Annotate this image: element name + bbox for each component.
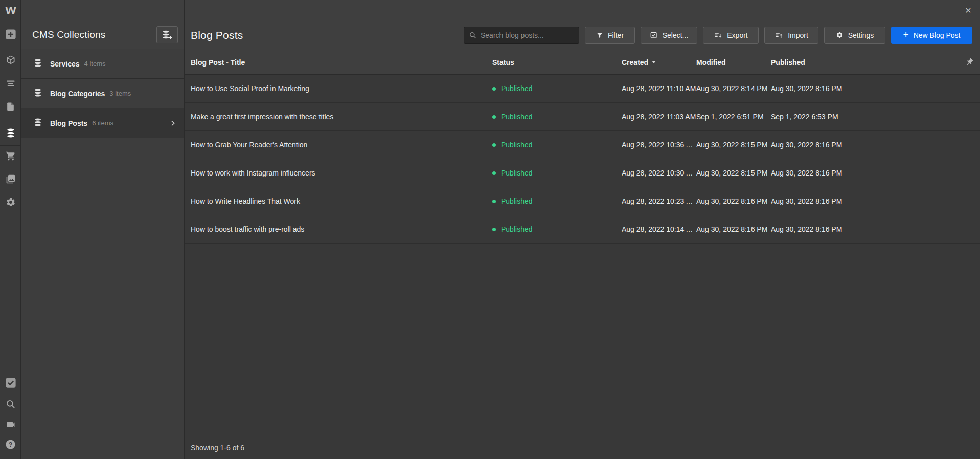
panel-title: CMS Collections bbox=[32, 29, 105, 40]
collection-count: 4 items bbox=[84, 60, 106, 68]
collection-label: Services bbox=[50, 60, 80, 68]
row-title: How to Use Social Proof in Marketing bbox=[185, 84, 492, 93]
row-status: Published bbox=[492, 169, 622, 177]
search-input[interactable] bbox=[481, 31, 574, 39]
export-button[interactable]: Export bbox=[703, 27, 759, 44]
table-row[interactable]: Make a great first impression with these… bbox=[185, 103, 980, 131]
collection-count: 3 items bbox=[109, 90, 131, 97]
row-created: Aug 28, 2022 10:36 AM bbox=[622, 141, 696, 149]
table-row[interactable]: How to Grab Your Reader's Attention Publ… bbox=[185, 131, 980, 159]
row-title: How to Write Headlines That Work bbox=[185, 197, 492, 205]
toolbar-divider bbox=[0, 45, 21, 45]
quick-find-icon[interactable] bbox=[0, 397, 21, 412]
row-title: How to Grab Your Reader's Attention bbox=[185, 141, 492, 149]
navigator-icon[interactable] bbox=[0, 76, 21, 91]
row-title: How to work with Instagram influencers bbox=[185, 169, 492, 177]
pin-columns-button[interactable] bbox=[956, 58, 980, 67]
column-header-created[interactable]: Created bbox=[622, 58, 696, 67]
row-status: Published bbox=[492, 197, 622, 205]
column-header-title[interactable]: Blog Post - Title bbox=[185, 58, 492, 67]
settings-icon[interactable] bbox=[0, 194, 21, 210]
search-icon bbox=[469, 32, 476, 39]
row-title: How to boost traffic with pre-roll ads bbox=[185, 225, 492, 233]
close-button[interactable]: × bbox=[956, 0, 980, 20]
toolbar-divider bbox=[0, 119, 21, 119]
status-label: Published bbox=[501, 141, 533, 149]
collection-count: 6 items bbox=[92, 119, 113, 127]
chevron-right-icon bbox=[169, 119, 177, 127]
row-created: Aug 28, 2022 10:30 AM bbox=[622, 169, 696, 177]
video-tutorials-icon[interactable] bbox=[0, 417, 21, 432]
status-label: Published bbox=[501, 84, 533, 93]
add-collection-button[interactable] bbox=[156, 26, 178, 43]
collection-label: Blog Posts bbox=[50, 119, 87, 127]
cms-collections-panel: CMS Collections Services 4 items Blog Ca… bbox=[21, 0, 185, 459]
close-icon: × bbox=[965, 4, 971, 16]
main-content: × Blog Posts Filter Select... Export bbox=[185, 0, 980, 459]
row-status: Published bbox=[492, 225, 622, 233]
database-icon bbox=[33, 88, 42, 99]
left-toolbar: w bbox=[0, 0, 21, 459]
collection-label: Blog Categories bbox=[50, 90, 105, 98]
import-button[interactable]: Import bbox=[764, 27, 818, 44]
page-title: Blog Posts bbox=[191, 29, 243, 41]
row-published: Sep 1, 2022 6:53 PM bbox=[771, 113, 956, 121]
column-header-status[interactable]: Status bbox=[492, 58, 622, 67]
sort-desc-icon bbox=[652, 61, 656, 63]
help-icon[interactable]: ? bbox=[0, 436, 21, 452]
filter-button[interactable]: Filter bbox=[585, 27, 635, 44]
row-status: Published bbox=[492, 141, 622, 149]
database-icon bbox=[33, 118, 42, 129]
database-plus-icon bbox=[162, 30, 173, 40]
sidebar-item-services[interactable]: Services 4 items bbox=[21, 49, 184, 79]
ecommerce-icon[interactable] bbox=[0, 148, 21, 164]
assets-icon[interactable] bbox=[0, 171, 21, 187]
row-status: Published bbox=[492, 84, 622, 93]
status-dot-icon bbox=[492, 143, 496, 147]
sidebar-item-blog-categories[interactable]: Blog Categories 3 items bbox=[21, 79, 184, 108]
toolbar-divider bbox=[0, 145, 21, 146]
table-row[interactable]: How to Use Social Proof in Marketing Pub… bbox=[185, 75, 980, 103]
status-label: Published bbox=[501, 197, 533, 205]
new-blog-post-button[interactable]: + New Blog Post bbox=[891, 27, 972, 44]
status-dot-icon bbox=[492, 228, 496, 231]
table-row[interactable]: How to work with Instagram influencers P… bbox=[185, 159, 980, 187]
row-published: Aug 30, 2022 8:16 PM bbox=[771, 169, 956, 177]
add-panel-icon[interactable] bbox=[0, 27, 21, 42]
row-modified: Aug 30, 2022 8:15 PM bbox=[696, 141, 771, 149]
svg-text:?: ? bbox=[9, 441, 13, 448]
status-label: Published bbox=[501, 169, 533, 177]
checkbox-icon bbox=[650, 31, 658, 39]
cms-icon[interactable] bbox=[0, 125, 21, 141]
status-dot-icon bbox=[492, 171, 496, 175]
table-body: How to Use Social Proof in Marketing Pub… bbox=[185, 75, 980, 244]
collection-toolbar: Blog Posts Filter Select... Export Impor… bbox=[185, 20, 980, 50]
row-title: Make a great first impression with these… bbox=[185, 113, 492, 121]
table-row[interactable]: How to Write Headlines That Work Publish… bbox=[185, 187, 980, 215]
webflow-menu-button[interactable]: w bbox=[0, 0, 21, 20]
column-header-modified[interactable]: Modified bbox=[696, 58, 771, 67]
status-label: Published bbox=[501, 225, 533, 233]
table-row[interactable]: How to boost traffic with pre-roll ads P… bbox=[185, 215, 980, 244]
row-created: Aug 28, 2022 10:23 AM bbox=[622, 197, 696, 205]
column-header-published[interactable]: Published bbox=[771, 58, 956, 67]
row-published: Aug 30, 2022 8:16 PM bbox=[771, 225, 956, 233]
search-box[interactable] bbox=[464, 27, 579, 44]
audit-panel-icon[interactable] bbox=[0, 375, 21, 390]
sidebar-item-blog-posts[interactable]: Blog Posts 6 items bbox=[21, 108, 184, 138]
row-created: Aug 28, 2022 11:10 AM bbox=[622, 84, 696, 93]
components-icon[interactable] bbox=[0, 52, 21, 68]
pin-icon bbox=[964, 56, 976, 69]
status-dot-icon bbox=[492, 200, 496, 203]
pages-icon[interactable] bbox=[0, 99, 21, 114]
gear-icon bbox=[836, 31, 844, 39]
sidebar-header: CMS Collections bbox=[21, 20, 184, 49]
row-published: Aug 30, 2022 8:16 PM bbox=[771, 197, 956, 205]
status-label: Published bbox=[501, 113, 533, 121]
row-modified: Aug 30, 2022 8:15 PM bbox=[696, 169, 771, 177]
collection-settings-button[interactable]: Settings bbox=[824, 27, 885, 44]
row-modified: Sep 1, 2022 6:51 PM bbox=[696, 113, 771, 121]
export-icon bbox=[714, 31, 722, 39]
row-modified: Aug 30, 2022 8:14 PM bbox=[696, 84, 771, 93]
select-button[interactable]: Select... bbox=[641, 27, 697, 44]
